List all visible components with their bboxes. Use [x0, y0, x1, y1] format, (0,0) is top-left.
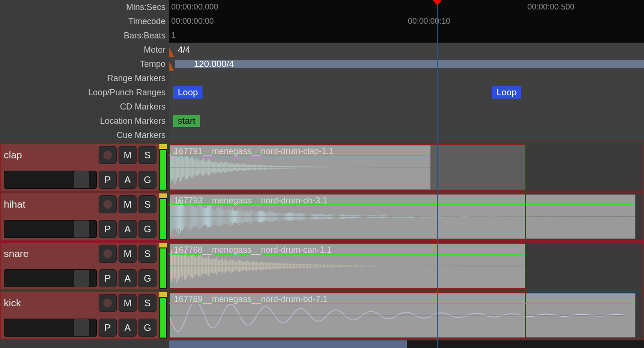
solo-button[interactable]: S [138, 245, 156, 263]
ruler-mins-secs-label: Mins:Secs [0, 0, 169, 14]
fader[interactable] [4, 319, 97, 337]
level-meter [159, 243, 167, 289]
record-icon [103, 200, 112, 209]
automation-button[interactable]: A [119, 269, 137, 287]
group-button[interactable]: G [138, 269, 156, 287]
ruler-meter-row: Meter 4/4 [0, 43, 644, 57]
start-marker[interactable]: start [173, 115, 200, 127]
group-button[interactable]: G [138, 171, 156, 189]
fader[interactable] [4, 269, 97, 287]
automation-button[interactable]: A [119, 171, 137, 189]
playhead[interactable] [437, 0, 438, 348]
solo-button[interactable]: S [138, 195, 156, 213]
record-arm-button[interactable] [99, 245, 117, 263]
region-name: 167769__menegass__nord-drum-bd-7.1 [174, 294, 327, 304]
ruler-bars-beats-label: Bars:Beats [0, 28, 169, 43]
level-meter [159, 292, 167, 339]
ruler-cd-markers[interactable] [169, 100, 644, 114]
tempo-bar [175, 60, 644, 68]
fader[interactable] [4, 171, 97, 189]
record-arm-button[interactable] [99, 146, 117, 164]
fader-knob[interactable] [74, 270, 89, 287]
ruler-cd-markers-row: CD Markers [0, 100, 644, 114]
track-header[interactable]: hihatMSPAG [1, 193, 159, 240]
ruler-cd-markers-label: CD Markers [0, 100, 169, 114]
meter-value[interactable]: 4/4 [178, 45, 190, 55]
ruler-timecode-row: Timecode 00:00:00:00 00:00:00:10 [0, 14, 644, 28]
ruler-timecode-label: Timecode [0, 14, 169, 28]
record-icon [103, 249, 112, 258]
group-button[interactable]: G [138, 220, 156, 238]
scrollbar-thumb[interactable] [169, 340, 407, 348]
track-name[interactable]: snare [4, 248, 97, 259]
automation-button[interactable]: A [119, 319, 137, 337]
ruler-area: Mins:Secs 00:00:00.000 00:00:00.500 Time… [0, 0, 644, 142]
editor-timeline: Mins:Secs 00:00:00.000 00:00:00.500 Time… [0, 0, 644, 348]
tempo-flag-icon [169, 62, 174, 71]
playhead-flag-icon [432, 0, 442, 6]
track-lane[interactable]: 167791__menegass__nord-drum-clap-1.1 [167, 144, 643, 191]
track-kick: kickMSPAG167769__menegass__nord-drum-bd-… [0, 291, 644, 339]
track-snare: snareMSPAG167768__menegass__nord-drum-ca… [0, 242, 644, 290]
mute-button[interactable]: M [119, 146, 137, 164]
ruler-range-markers[interactable] [169, 71, 644, 85]
track-clap: clapMSPAG167791__menegass__nord-drum-cla… [0, 143, 644, 192]
playlist-button[interactable]: P [99, 171, 117, 189]
mute-button[interactable]: M [119, 245, 137, 263]
record-arm-button[interactable] [99, 195, 117, 213]
time-t1: 00:00:00.500 [527, 2, 574, 12]
meter-flag-icon [169, 47, 174, 57]
tracks-area: clapMSPAG167791__menegass__nord-drum-cla… [0, 143, 644, 339]
track-header[interactable]: clapMSPAG [1, 144, 159, 191]
mute-button[interactable]: M [119, 195, 137, 213]
record-icon [103, 150, 112, 160]
automation-button[interactable]: A [119, 220, 137, 238]
loop-start-marker[interactable]: Loop [173, 86, 202, 99]
fader-knob[interactable] [74, 220, 89, 238]
track-hihat: hihatMSPAG167793__menegass__nord-drum-oh… [0, 192, 644, 241]
playlist-button[interactable]: P [99, 269, 117, 287]
solo-button[interactable]: S [138, 294, 156, 312]
track-lane[interactable]: 167768__menegass__nord-drum-can-1.1 [167, 243, 643, 289]
mute-button[interactable]: M [119, 294, 137, 312]
playlist-button[interactable]: P [99, 319, 117, 337]
ruler-timecode[interactable]: 00:00:00:00 00:00:00:10 [169, 14, 644, 28]
record-arm-button[interactable] [99, 294, 117, 312]
loop-end-marker[interactable]: Loop [492, 86, 521, 99]
playlist-button[interactable]: P [99, 220, 117, 238]
tempo-value[interactable]: 120.000/4 [194, 59, 234, 69]
ruler-tempo-row: Tempo 120.000/4 [0, 57, 644, 71]
ruler-bars-beats[interactable]: 1 [169, 28, 644, 43]
ruler-location-markers[interactable]: start [169, 114, 644, 128]
track-lane[interactable]: 167769__menegass__nord-drum-bd-7.1 [167, 292, 643, 339]
ruler-meter[interactable]: 4/4 [169, 43, 644, 57]
ruler-loop-punch[interactable]: Loop Loop [169, 85, 644, 100]
ruler-bars-beats-row: Bars:Beats 1 [0, 28, 644, 43]
level-meter [159, 193, 167, 240]
ruler-tempo[interactable]: 120.000/4 [169, 57, 644, 71]
level-meter [159, 144, 167, 191]
fader-knob[interactable] [74, 171, 89, 188]
ruler-location-markers-row: Location Markers start [0, 114, 644, 128]
solo-button[interactable]: S [138, 146, 156, 164]
ruler-loop-punch-label: Loop/Punch Ranges [0, 85, 169, 100]
group-button[interactable]: G [138, 319, 156, 337]
track-header[interactable]: snareMSPAG [1, 243, 159, 289]
record-icon [103, 298, 112, 308]
track-name[interactable]: kick [4, 297, 97, 309]
track-name[interactable]: clap [4, 149, 97, 161]
track-name[interactable]: hihat [4, 199, 97, 210]
ruler-range-markers-row: Range Markers [0, 71, 644, 85]
track-lane[interactable]: 167793__menegass__nord-drum-oh-3.1 [167, 193, 643, 240]
ruler-mins-secs[interactable]: 00:00:00.000 00:00:00.500 [169, 0, 644, 14]
horizontal-scrollbar[interactable] [169, 340, 644, 348]
fader[interactable] [4, 220, 97, 238]
ruler-tempo-label: Tempo [0, 57, 169, 71]
time-t0: 00:00:00.000 [171, 2, 218, 12]
ruler-cue-markers[interactable] [169, 128, 644, 142]
track-header[interactable]: kickMSPAG [1, 292, 159, 339]
ruler-location-markers-label: Location Markers [0, 114, 169, 128]
region-name: 167791__menegass__nord-drum-clap-1.1 [174, 147, 333, 156]
timecode-t0: 00:00:00:00 [171, 17, 214, 26]
fader-knob[interactable] [74, 319, 89, 336]
